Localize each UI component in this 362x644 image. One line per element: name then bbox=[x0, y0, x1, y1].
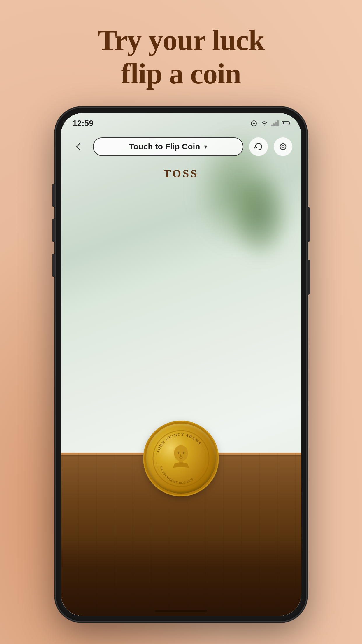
headline-line1: Try your luck bbox=[98, 23, 264, 57]
refresh-button[interactable] bbox=[249, 137, 268, 156]
signal-icon bbox=[271, 120, 279, 127]
headline: Try your luck flip a coin bbox=[98, 23, 264, 90]
svg-point-6 bbox=[280, 144, 286, 150]
back-button[interactable] bbox=[70, 138, 87, 155]
dnd-icon bbox=[250, 120, 258, 127]
flip-coin-label: Touch to Flip Coin bbox=[129, 142, 200, 151]
svg-point-12 bbox=[174, 445, 188, 461]
svg-rect-2 bbox=[271, 125, 273, 126]
coin-arc-text: JOHN QUINCY ADAMS 4th PRESIDENT 1825·182… bbox=[152, 429, 210, 488]
status-bar: 12:59 bbox=[61, 113, 301, 134]
battery-icon bbox=[281, 120, 289, 127]
status-icons bbox=[250, 120, 289, 127]
home-indicator bbox=[155, 610, 207, 612]
top-navigation-bar: Touch to Flip Coin ▾ bbox=[61, 134, 301, 160]
toss-label: TOSS bbox=[61, 167, 301, 180]
settings-button[interactable] bbox=[274, 137, 292, 156]
coin: JOHN QUINCY ADAMS 4th PRESIDENT 1825·182… bbox=[146, 424, 216, 494]
phone-screen[interactable]: 12:59 bbox=[61, 113, 301, 616]
svg-rect-3 bbox=[273, 123, 275, 126]
svg-point-14 bbox=[178, 452, 179, 454]
svg-point-15 bbox=[183, 452, 184, 454]
svg-rect-5 bbox=[277, 120, 279, 126]
dropdown-arrow-icon: ▾ bbox=[204, 143, 207, 150]
status-time: 12:59 bbox=[73, 119, 94, 128]
phone-frame: 12:59 bbox=[56, 108, 306, 621]
flip-coin-button[interactable]: Touch to Flip Coin ▾ bbox=[93, 137, 243, 156]
svg-point-7 bbox=[282, 146, 284, 148]
headline-line2: flip a coin bbox=[98, 57, 264, 90]
coin-container[interactable]: JOHN QUINCY ADAMS 4th PRESIDENT 1825·182… bbox=[146, 424, 216, 494]
page: Try your luck flip a coin 12:59 bbox=[0, 0, 362, 621]
svg-rect-4 bbox=[275, 122, 277, 126]
wifi-icon bbox=[260, 120, 268, 127]
